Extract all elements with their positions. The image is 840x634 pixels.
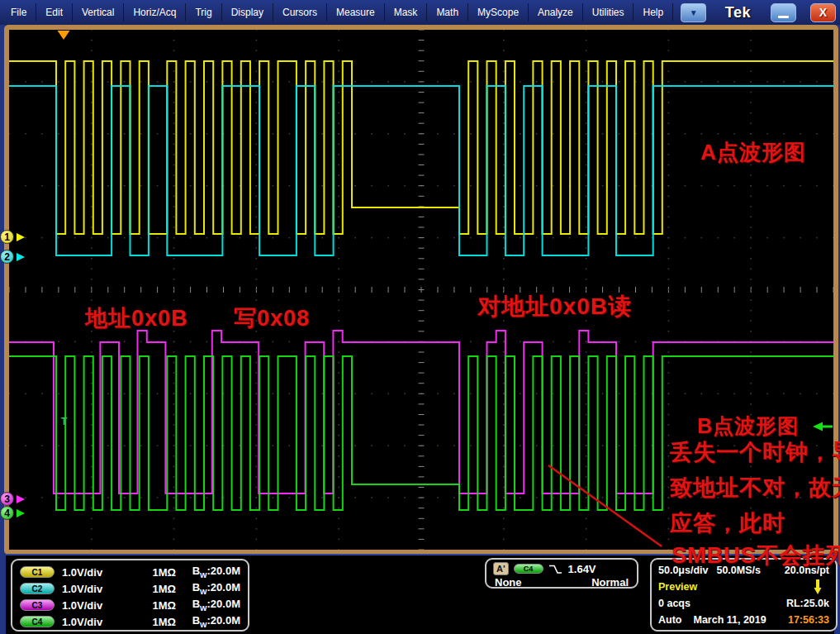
- ch4-scale: 1.0V/div: [62, 616, 152, 628]
- channel-readout-row-c2: C2 1.0V/div 1MΩ BW:20.0M: [12, 580, 248, 597]
- channel-readout-box[interactable]: C1 1.0V/div 1MΩ BW:20.0M C2 1.0V/div 1MΩ…: [11, 559, 249, 632]
- annotation-note-line2: 致地址不对，故无: [670, 473, 840, 503]
- ch4-pill[interactable]: C4: [20, 616, 55, 627]
- menu-items: FileEditVerticalHoriz/AcqTrigDisplayCurs…: [2, 0, 673, 25]
- ch1-pill[interactable]: C1: [20, 566, 55, 578]
- horizontal-row-acqs: 0 acqs RL:25.0k: [652, 595, 836, 612]
- horizontal-row-status: Auto March 11, 2019 17:56:33: [652, 612, 836, 628]
- menu-item-measure[interactable]: Measure: [327, 3, 385, 21]
- ch1-reference-marker[interactable]: 1: [0, 230, 14, 244]
- menu-item-myscope[interactable]: MyScope: [468, 3, 529, 21]
- menu-item-horiz-acq[interactable]: Horiz/Acq: [124, 3, 186, 21]
- menu-item-display[interactable]: Display: [222, 3, 273, 21]
- trigger-a-badge: A': [493, 562, 509, 575]
- trigger-mode: Normal: [591, 576, 629, 589]
- ch2-reference-marker[interactable]: 2: [0, 250, 14, 264]
- trigger-level: 1.64V: [568, 563, 596, 575]
- ch4-reference-marker[interactable]: 4: [0, 506, 14, 520]
- date-display: March 11, 2019: [693, 614, 766, 626]
- menu-dropdown-button[interactable]: ▼: [681, 3, 706, 22]
- annotation-b-point: B点波形图: [697, 412, 799, 440]
- annotation-write: 写0x08: [234, 303, 310, 333]
- chevron-down-icon: ▼: [690, 8, 698, 17]
- ch4-reference-arrow: [17, 509, 25, 517]
- menu-item-trig[interactable]: Trig: [186, 3, 221, 21]
- ch1-bandwidth: BW:20.0M: [192, 565, 240, 579]
- menu-item-analyze[interactable]: Analyze: [529, 3, 583, 21]
- ch3-pill[interactable]: C3: [20, 599, 55, 611]
- minimize-icon: [778, 16, 789, 18]
- trigger-holdoff: None: [495, 576, 522, 589]
- minimize-button[interactable]: [771, 3, 796, 22]
- menu-bar: FileEditVerticalHoriz/AcqTrigDisplayCurs…: [0, 0, 840, 25]
- ch1-impedance: 1MΩ: [152, 566, 192, 579]
- time-display: 17:56:33: [788, 614, 829, 626]
- oscilloscope-app: FileEditVerticalHoriz/AcqTrigDisplayCurs…: [0, 0, 840, 634]
- annotation-a-point: A点波形图: [700, 138, 806, 167]
- acquisition-count: 0 acqs: [658, 598, 691, 609]
- record-position-icon: [813, 579, 823, 595]
- falling-edge-icon: [548, 564, 563, 574]
- trigger-position-icon[interactable]: [58, 31, 70, 40]
- menu-item-utilities[interactable]: Utilities: [583, 3, 634, 21]
- annotation-note-line1: 丢失一个时钟，导: [670, 437, 840, 467]
- ch3-reference-arrow: [17, 495, 25, 503]
- tek-logo: Tek: [725, 4, 751, 21]
- menu-item-help[interactable]: Help: [634, 3, 673, 21]
- ch3-reference-marker[interactable]: 3: [0, 492, 14, 506]
- preview-status: Preview: [658, 581, 697, 593]
- ch3-bandwidth: BW:20.0M: [192, 598, 240, 613]
- acquisition-mode: Auto: [658, 614, 681, 626]
- ch1-scale: 1.0V/div: [62, 566, 152, 579]
- channel-readout-row-c1: C1 1.0V/div 1MΩ BW:20.0M: [12, 564, 248, 580]
- trigger-point-marker: T: [61, 416, 67, 427]
- trigger-readout-row2: None Normal: [486, 575, 637, 589]
- ch1-reference-arrow: [17, 233, 25, 241]
- annotation-note-line3: 应答，此时: [670, 508, 785, 538]
- menu-item-vertical[interactable]: Vertical: [73, 3, 124, 21]
- annotation-read: 对地址0x0B读: [477, 291, 632, 322]
- horizontal-row-preview: Preview: [652, 579, 836, 595]
- ch2-impedance: 1MΩ: [152, 583, 192, 595]
- menu-item-math[interactable]: Math: [427, 3, 468, 21]
- menu-item-cursors[interactable]: Cursors: [273, 3, 327, 21]
- record-length: RL:25.0k: [786, 598, 829, 609]
- trigger-level-arrow[interactable]: [813, 422, 833, 431]
- ch2-scale: 1.0V/div: [62, 583, 152, 595]
- ch2-reference-arrow: [17, 253, 25, 261]
- menu-item-mask[interactable]: Mask: [385, 3, 428, 21]
- annotation-note-line4: SMBUS不会挂死: [672, 541, 840, 570]
- close-button[interactable]: X: [810, 3, 836, 22]
- ch4-bandwidth: BW:20.0M: [192, 614, 240, 629]
- trigger-source-pill[interactable]: C4: [514, 564, 543, 574]
- trigger-readout-row1: A' C4 1.64V: [486, 561, 637, 575]
- ch2-bandwidth: BW:20.0M: [192, 581, 240, 596]
- annotation-address: 地址0x0B: [85, 303, 188, 333]
- waveform-ch2: [9, 86, 833, 255]
- ch3-scale: 1.0V/div: [62, 599, 152, 612]
- ch3-impedance: 1MΩ: [152, 599, 192, 612]
- ch2-pill[interactable]: C2: [20, 583, 55, 594]
- ch4-impedance: 1MΩ: [152, 616, 192, 628]
- menu-item-edit[interactable]: Edit: [36, 3, 73, 21]
- channel-readout-row-c4: C4 1.0V/div 1MΩ BW:20.0M: [12, 613, 248, 630]
- channel-readout-row-c3: C3 1.0V/div 1MΩ BW:20.0M: [12, 597, 248, 613]
- menu-item-file[interactable]: File: [2, 3, 36, 21]
- trigger-readout-box[interactable]: A' C4 1.64V None Normal: [485, 558, 638, 589]
